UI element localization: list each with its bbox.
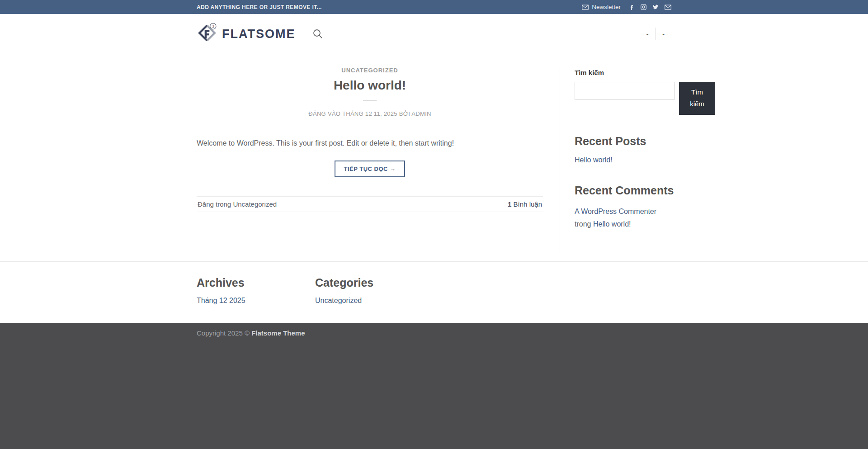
social-links (629, 4, 671, 10)
header-nav: - - (640, 28, 671, 40)
posted-in-category-link[interactable]: Uncategorized (233, 200, 277, 208)
recent-posts-title: Recent Posts (575, 135, 715, 148)
topbar-right: Newsletter (582, 4, 671, 10)
read-more-button[interactable]: TIẾP TỤC ĐỌC → (335, 161, 405, 177)
copyright-prefix: Copyright 2025 © (197, 329, 250, 337)
copyright-bar: Copyright 2025 © Flatsome Theme (0, 323, 868, 449)
posted-in: Đăng trong Uncategorized (198, 200, 277, 208)
categories-widget: Categories Uncategorized (315, 276, 434, 305)
post-meta: ĐĂNG VÀO THÁNG 12 11, 2025 BỞI ADMIN (197, 110, 543, 117)
list-item: Uncategorized (315, 297, 434, 305)
comment-connector: trong (575, 220, 591, 228)
sidebar: Tìm kiếm Tìm kiếm Recent Posts Hello wor… (560, 67, 715, 254)
recent-comments-title: Recent Comments (575, 184, 715, 197)
list-item: Hello world! (575, 156, 715, 164)
title-divider (363, 100, 377, 101)
search-icon[interactable] (312, 28, 323, 39)
recent-comment-item: A WordPress Commenter trong Hello world! (575, 205, 672, 231)
post-footer-meta: Đăng trong Uncategorized 1 Bình luận (197, 196, 543, 212)
copyright-text: Copyright 2025 © Flatsome Theme (197, 329, 671, 337)
post-header: UNCATEGORIZED Hello world! ĐĂNG VÀO THÁN… (197, 67, 543, 117)
instagram-icon[interactable] (641, 4, 646, 10)
site-logo[interactable]: 3 FLATSOME (197, 23, 295, 45)
search-submit-button[interactable]: Tìm kiếm (679, 82, 715, 115)
search-widget: Tìm kiếm Tìm kiếm (575, 69, 715, 115)
footer-widgets: Archives Tháng 12 2025 Categories Uncate… (0, 261, 868, 323)
recent-posts-widget: Recent Posts Hello world! (575, 135, 715, 164)
comment-author-link[interactable]: A WordPress Commenter (575, 208, 656, 215)
archive-link[interactable]: Tháng 12 2025 (197, 297, 245, 304)
search-input[interactable] (575, 82, 675, 100)
category-link[interactable]: Uncategorized (315, 297, 362, 304)
topbar-message: ADD ANYTHING HERE OR JUST REMOVE IT... (197, 4, 322, 10)
main-row: UNCATEGORIZED Hello world! ĐĂNG VÀO THÁN… (197, 54, 671, 261)
twitter-icon[interactable] (652, 4, 659, 10)
archives-widget: Archives Tháng 12 2025 (197, 276, 315, 305)
posted-in-prefix: Đăng trong (198, 200, 231, 208)
email-icon[interactable] (665, 5, 671, 10)
meta-author-link[interactable]: ADMIN (411, 110, 431, 117)
archives-title: Archives (197, 276, 315, 289)
newsletter-link[interactable]: Newsletter (582, 4, 621, 10)
comments-link[interactable]: 1 Bình luận (508, 200, 542, 208)
logo-badge: 3 (212, 24, 214, 28)
flatsome-logo-icon: 3 (197, 23, 217, 45)
nav-item-2[interactable]: - (656, 30, 671, 38)
recent-post-link[interactable]: Hello world! (575, 156, 613, 164)
logo-text: FLATSOME (222, 27, 295, 41)
top-bar: ADD ANYTHING HERE OR JUST REMOVE IT... N… (0, 0, 868, 14)
newsletter-label: Newsletter (592, 4, 621, 10)
copyright-brand: Flatsome Theme (251, 329, 305, 337)
list-item: Tháng 12 2025 (197, 297, 315, 305)
comments-label: Bình luận (514, 200, 542, 208)
comments-count: 1 (508, 200, 511, 208)
meta-prefix: ĐĂNG VÀO (308, 110, 340, 117)
search-widget-label: Tìm kiếm (575, 69, 715, 76)
meta-date-link[interactable]: THÁNG 12 11, 2025 (342, 110, 397, 117)
post-title: Hello world! (197, 78, 543, 93)
search-form: Tìm kiếm (575, 82, 715, 115)
recent-comments-widget: Recent Comments A WordPress Commenter tr… (575, 184, 715, 231)
mail-icon (582, 5, 589, 10)
meta-by: BỞI (399, 110, 410, 117)
post-excerpt: Welcome to WordPress. This is your first… (197, 138, 543, 149)
facebook-icon[interactable] (629, 4, 635, 10)
post-category-link[interactable]: UNCATEGORIZED (197, 67, 543, 74)
site-header: 3 FLATSOME - - (0, 14, 868, 54)
post-article: UNCATEGORIZED Hello world! ĐĂNG VÀO THÁN… (197, 67, 543, 212)
nav-item-1[interactable]: - (640, 30, 656, 38)
read-more-row: TIẾP TỤC ĐỌC → (197, 161, 543, 177)
page: ADD ANYTHING HERE OR JUST REMOVE IT... N… (0, 0, 868, 449)
comment-post-link[interactable]: Hello world! (593, 220, 631, 228)
categories-title: Categories (315, 276, 434, 289)
